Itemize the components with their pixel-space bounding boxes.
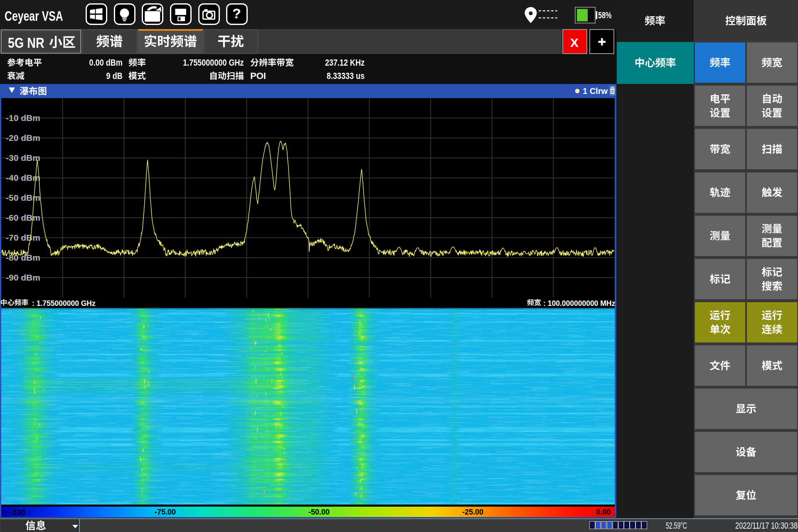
- svg-text:-30 dBm: -30 dBm: [6, 153, 40, 163]
- svg-text:-20 dBm: -20 dBm: [6, 133, 40, 143]
- svg-text:-70 dBm: -70 dBm: [6, 233, 40, 242]
- svg-text:-100: -100: [10, 508, 25, 517]
- svg-text:-50 dBm: -50 dBm: [6, 193, 40, 202]
- svg-text:-90 dBm: -90 dBm: [6, 273, 40, 282]
- svg-text:-60 dBm: -60 dBm: [6, 213, 40, 222]
- svg-text:-75.00: -75.00: [155, 508, 176, 516]
- svg-text:?: ?: [232, 5, 241, 21]
- svg-text:-80 dBm: -80 dBm: [6, 253, 40, 262]
- svg-text:-50.00: -50.00: [308, 508, 330, 516]
- svg-text:-25.00: -25.00: [462, 508, 483, 516]
- svg-text:-10 dBm: -10 dBm: [6, 113, 40, 123]
- svg-text:0.00: 0.00: [596, 508, 611, 516]
